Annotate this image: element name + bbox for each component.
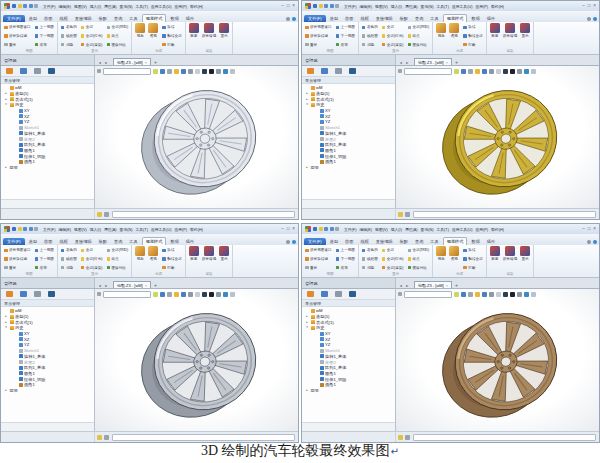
document-tab-close-icon[interactable]: ×: [145, 60, 147, 65]
ribbon-command[interactable]: 播放: [336, 43, 355, 47]
view-name-input[interactable]: [404, 68, 452, 75]
3d-viewport[interactable]: [396, 66, 599, 208]
ribbon-command[interactable]: 重置: [4, 43, 31, 47]
ribbon-tab[interactable]: 查询: [111, 238, 125, 245]
assembly-manager-tab-icon[interactable]: [321, 68, 328, 74]
doc-nav-back-icon[interactable]: ◄: [399, 62, 402, 66]
assembly-manager-tab-icon[interactable]: [20, 291, 27, 297]
ribbon-command[interactable]: 图像对比: [107, 43, 129, 47]
command-prompt-input[interactable]: [413, 211, 596, 218]
minimize-ribbon-icon[interactable]: [286, 240, 290, 244]
redo-icon[interactable]: [330, 227, 334, 231]
menu-item[interactable]: 视图(V): [74, 227, 87, 232]
background-dark-icon[interactable]: [503, 292, 508, 297]
ribbon-command[interactable]: 设置视图窗口: [4, 25, 31, 29]
ribbon-tab[interactable]: 直接编辑: [72, 238, 95, 245]
globe-icon[interactable]: [223, 292, 228, 297]
ribbon-big-command[interactable]: 透视: [148, 23, 158, 49]
ribbon-big-command[interactable]: 显示: [219, 246, 229, 272]
ribbon-big-command[interactable]: 显示: [219, 23, 229, 49]
render-mode-icon[interactable]: [482, 292, 487, 297]
minimize-button[interactable]: –: [281, 227, 284, 232]
ribbon-command[interactable]: 设置视图窗口: [305, 25, 332, 29]
background-dark-icon[interactable]: [202, 292, 207, 297]
background-black-icon[interactable]: [209, 292, 214, 297]
ribbon-command[interactable]: 打断: [162, 43, 181, 47]
ribbon-command[interactable]: 全部: [81, 25, 103, 29]
selection-filter-icon[interactable]: [104, 212, 109, 217]
ribbon-tab[interactable]: 装配: [397, 15, 411, 22]
menu-item[interactable]: 应用(P): [174, 227, 187, 232]
light-icon[interactable]: [174, 292, 179, 297]
ribbon-command[interactable]: 旋转: [162, 25, 181, 29]
sketch-pencil-icon[interactable]: [496, 69, 501, 74]
ribbon-tab[interactable]: 工具: [126, 15, 140, 22]
tree-expand-icon[interactable]: ▾: [305, 326, 309, 329]
menu-item[interactable]: 查询(N): [120, 4, 133, 9]
replay-row[interactable]: ▸ 回放: [302, 165, 395, 171]
settings-icon[interactable]: [230, 69, 235, 74]
ribbon-big-command[interactable]: 视角: [135, 246, 145, 272]
selection-filter-icon[interactable]: [104, 435, 109, 440]
menu-item[interactable]: 编辑(E): [58, 227, 71, 232]
menu-item[interactable]: 帮助(H): [190, 4, 203, 9]
filter-icon[interactable]: [398, 435, 403, 440]
ribbon-big-command[interactable]: 设置增强: [503, 23, 517, 49]
tree-expand-icon[interactable]: ▸: [305, 166, 309, 169]
minimize-ribbon-icon[interactable]: [286, 17, 290, 21]
ribbon-command[interactable]: 终点: [107, 34, 129, 38]
command-prompt-input[interactable]: [413, 434, 596, 441]
filter-icon[interactable]: [97, 212, 102, 217]
minimize-button[interactable]: –: [281, 4, 284, 9]
ribbon-tab[interactable]: 装配: [96, 238, 110, 245]
document-tab[interactable]: 轮毂.Z3 - [wM] ×: [113, 281, 151, 288]
ribbon-command[interactable]: 全部(渲染): [382, 43, 404, 47]
shade-mode-icon[interactable]: [454, 69, 459, 74]
tree-expand-icon[interactable]: ▸: [4, 321, 8, 324]
help-icon[interactable]: [593, 17, 597, 21]
light-icon[interactable]: [174, 69, 179, 74]
ribbon-command[interactable]: 消隐: [362, 43, 378, 47]
ribbon-tab[interactable]: 数据: [167, 238, 181, 245]
section-icon[interactable]: [489, 292, 494, 297]
ribbon-command[interactable]: 重置: [4, 266, 31, 270]
history-manager-tab-icon[interactable]: [6, 291, 13, 297]
menu-item[interactable]: 工具(T): [135, 227, 147, 232]
ribbon-command[interactable]: 下一视图: [35, 257, 54, 261]
section-icon[interactable]: [188, 292, 193, 297]
ribbon-command[interactable]: 全部(灯光): [382, 257, 404, 261]
file-tab[interactable]: 文件(F): [304, 238, 326, 245]
ribbon-tab[interactable]: 曲面: [41, 15, 55, 22]
assembly-manager-tab-icon[interactable]: [20, 68, 27, 74]
history-manager-tab-icon[interactable]: [307, 68, 314, 74]
ribbon-command[interactable]: 终点: [408, 34, 430, 38]
ribbon-tab[interactable]: 查询: [111, 15, 125, 22]
open-icon[interactable]: [18, 227, 22, 231]
edit-pencil-icon[interactable]: [97, 69, 101, 73]
menu-item[interactable]: 应用(P): [475, 227, 488, 232]
open-icon[interactable]: [319, 4, 323, 8]
ribbon-command[interactable]: 下一视图: [336, 257, 355, 261]
ribbon-command[interactable]: 上一视图: [35, 248, 54, 252]
ribbon-big-command[interactable]: 透视: [148, 246, 158, 272]
new-document-tab-button[interactable]: +: [455, 60, 458, 65]
history-manager-tab-icon[interactable]: [307, 291, 314, 297]
ribbon-tab[interactable]: 曲面: [342, 15, 356, 22]
doc-nav-back-icon[interactable]: ◄: [399, 285, 402, 289]
view-name-input[interactable]: [103, 68, 151, 75]
menu-item[interactable]: 应用工具(U): [452, 227, 472, 232]
document-tab[interactable]: 轮毂.Z3 - [wM] ×: [414, 58, 452, 65]
view-orient-icon[interactable]: [461, 69, 466, 74]
undo-icon[interactable]: [23, 227, 27, 231]
save-icon[interactable]: [313, 227, 317, 231]
ribbon-tab[interactable]: 插件: [484, 15, 498, 22]
ribbon-tab[interactable]: 造型: [327, 15, 341, 22]
ribbon-tab[interactable]: 曲面: [41, 238, 55, 245]
shade-mode-icon[interactable]: [454, 292, 459, 297]
ribbon-command[interactable]: 全部: [382, 248, 404, 252]
ribbon-tab[interactable]: 工具: [126, 238, 140, 245]
visual-manager-tab-icon[interactable]: [34, 291, 41, 297]
background-black-icon[interactable]: [209, 69, 214, 74]
menu-item[interactable]: 插入(I): [391, 4, 402, 9]
zoom-icon[interactable]: [468, 69, 473, 74]
